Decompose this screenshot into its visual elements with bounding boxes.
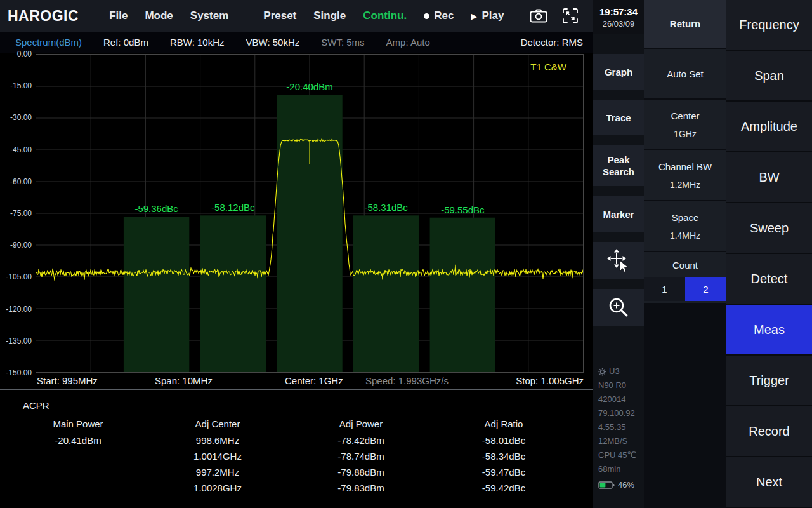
acpr-cell: -59.42dBc bbox=[431, 480, 576, 496]
channel-bw-label: Channel BW bbox=[658, 161, 712, 172]
axis-stop: Stop: 1.005GHz bbox=[516, 375, 584, 386]
clock-date: 26/03/09 bbox=[603, 19, 635, 29]
acpr-cell-empty bbox=[11, 448, 145, 464]
count-option-1[interactable]: 1 bbox=[644, 277, 685, 301]
expand-icon bbox=[562, 8, 579, 24]
detector-setting[interactable]: Detector: RMS bbox=[521, 37, 583, 48]
menu-divider bbox=[246, 10, 246, 22]
acpr-header-adj-power: Adj Power bbox=[291, 415, 431, 432]
acpr-cell: -58.34dBc bbox=[431, 448, 576, 464]
acpr-cell: -78.74dBm bbox=[291, 448, 431, 464]
count-control: Count 1 2 bbox=[644, 252, 726, 303]
y-tick-label: -30.00 bbox=[0, 113, 32, 122]
channel-power-label: -58.31dBc bbox=[345, 202, 428, 213]
acpr-cell: -79.83dBm bbox=[291, 480, 431, 496]
menu-file[interactable]: File bbox=[109, 10, 128, 22]
status-cpu-temp: CPU 45℃ bbox=[598, 448, 644, 462]
fullscreen-button[interactable] bbox=[559, 5, 582, 27]
y-tick-label: -15.00 bbox=[0, 81, 32, 90]
y-tick-label: -120.00 bbox=[0, 305, 32, 314]
menu-detect[interactable]: Detect bbox=[726, 254, 812, 305]
acpr-table: Main Power Adj Center Adj Power Adj Rati… bbox=[11, 415, 576, 496]
auto-set-button[interactable]: Auto Set bbox=[644, 49, 726, 98]
y-tick-label: -45.00 bbox=[0, 145, 32, 154]
menu-play[interactable]: ▶ Play bbox=[471, 10, 504, 22]
magnifier-plus-icon bbox=[608, 297, 629, 318]
count-option-2[interactable]: 2 bbox=[685, 277, 726, 301]
channel-power-label: -59.36dBc bbox=[115, 203, 198, 214]
menu-preset[interactable]: Preset bbox=[263, 10, 296, 22]
rbw-setting[interactable]: RBW: 10kHz bbox=[170, 37, 225, 48]
usb-mode: U3 bbox=[609, 364, 620, 378]
return-button[interactable]: Return bbox=[644, 0, 726, 48]
acpr-cell: -78.42dBm bbox=[291, 432, 431, 448]
graph-button[interactable]: Graph bbox=[593, 54, 644, 90]
menu-rec-label: Rec bbox=[434, 10, 454, 22]
pan-button[interactable] bbox=[593, 242, 644, 279]
topbar-icons bbox=[527, 5, 582, 27]
acpr-cell-empty bbox=[11, 480, 145, 496]
menu-trigger[interactable]: Trigger bbox=[726, 356, 812, 406]
pan-arrows-icon bbox=[606, 248, 631, 272]
y-tick-label: -135.00 bbox=[0, 337, 32, 345]
measurement-settings-bar: Spectrum(dBm) Ref: 0dBm RBW: 10kHz VBW: … bbox=[0, 32, 593, 53]
status-model: N90 R0 bbox=[598, 378, 644, 392]
acpr-title: ACPR bbox=[23, 400, 49, 411]
gear-icon bbox=[598, 368, 606, 376]
axis-speed: Speed: 1.993GHz/s bbox=[365, 375, 449, 386]
center-frequency-button[interactable]: Center 1GHz bbox=[644, 100, 726, 149]
panel-divider bbox=[0, 389, 593, 390]
acpr-cell: 1.0028GHz bbox=[145, 480, 291, 496]
amp-setting[interactable]: Amp: Auto bbox=[386, 37, 430, 48]
usb-status: U3 bbox=[598, 364, 644, 378]
spectrum-plot[interactable]: T1 C&W -59.36dBc-58.12dBc-58.31dBc-59.55… bbox=[36, 54, 584, 373]
channel-power-label: -58.12dBc bbox=[192, 202, 274, 213]
space-label: Space bbox=[672, 212, 699, 223]
marker-button[interactable]: Marker bbox=[593, 196, 644, 232]
space-button[interactable]: Space 1.4MHz bbox=[644, 201, 726, 251]
space-value: 1.4MHz bbox=[670, 231, 700, 241]
menu-rec[interactable]: Rec bbox=[424, 10, 454, 22]
acpr-cell: 998.6MHz bbox=[145, 432, 291, 448]
peak-search-button[interactable]: Peak Search bbox=[593, 145, 644, 186]
channel-bw-button[interactable]: Channel BW 1.2MHz bbox=[644, 150, 726, 200]
menu-record[interactable]: Record bbox=[726, 406, 812, 457]
channel-power-label: -20.40dBm bbox=[268, 81, 351, 92]
menu-meas[interactable]: Meas bbox=[726, 305, 812, 356]
menu-sweep[interactable]: Sweep bbox=[726, 203, 812, 254]
center-value: 1GHz bbox=[674, 129, 697, 139]
channel-bw-value: 1.2MHz bbox=[670, 180, 700, 190]
menu-bw[interactable]: BW bbox=[726, 152, 812, 203]
menu-mode[interactable]: Mode bbox=[145, 10, 173, 22]
battery-status: 46% bbox=[598, 478, 644, 492]
app-logo: HAROGIC bbox=[8, 8, 79, 25]
swt-setting[interactable]: SWT: 5ms bbox=[321, 37, 364, 48]
ref-level[interactable]: Ref: 0dBm bbox=[103, 37, 148, 48]
zoom-in-button[interactable] bbox=[593, 289, 644, 326]
acpr-header-main-power: Main Power bbox=[11, 415, 145, 432]
battery-icon bbox=[598, 481, 615, 490]
vbw-setting[interactable]: VBW: 50kHz bbox=[246, 37, 299, 48]
axis-span: Span: 10MHz bbox=[155, 375, 213, 386]
menu-single[interactable]: Single bbox=[313, 10, 346, 22]
menu-amplitude[interactable]: Amplitude bbox=[726, 102, 812, 152]
trace-button[interactable]: Trace bbox=[593, 100, 644, 135]
acpr-cell: -59.47dBc bbox=[431, 464, 576, 480]
play-icon: ▶ bbox=[471, 11, 477, 21]
main-menu-column: Frequency Span Amplitude BW Sweep Detect… bbox=[726, 0, 812, 508]
count-label: Count bbox=[672, 260, 698, 271]
menu-frequency[interactable]: Frequency bbox=[726, 0, 812, 51]
submenu-column: Return Auto Set Center 1GHz Channel BW 1… bbox=[644, 0, 726, 508]
acpr-cell: -79.88dBm bbox=[291, 464, 431, 480]
acpr-main-power-value: -20.41dBm bbox=[11, 432, 145, 448]
menu-system[interactable]: System bbox=[190, 10, 228, 22]
device-status: U3 N90 R0 420014 79.100.92 4.55.35 12MB/… bbox=[593, 364, 644, 492]
screenshot-button[interactable] bbox=[527, 5, 550, 27]
y-tick-label: -60.00 bbox=[0, 177, 32, 186]
y-tick-label: -150.00 bbox=[0, 368, 32, 377]
menu-span[interactable]: Span bbox=[726, 51, 812, 102]
clock: 19:57:34 26/03/09 bbox=[593, 0, 644, 34]
menu-next[interactable]: Next bbox=[726, 457, 812, 508]
menu-continuous[interactable]: Continu. bbox=[363, 10, 407, 22]
center-label: Center bbox=[671, 110, 699, 121]
